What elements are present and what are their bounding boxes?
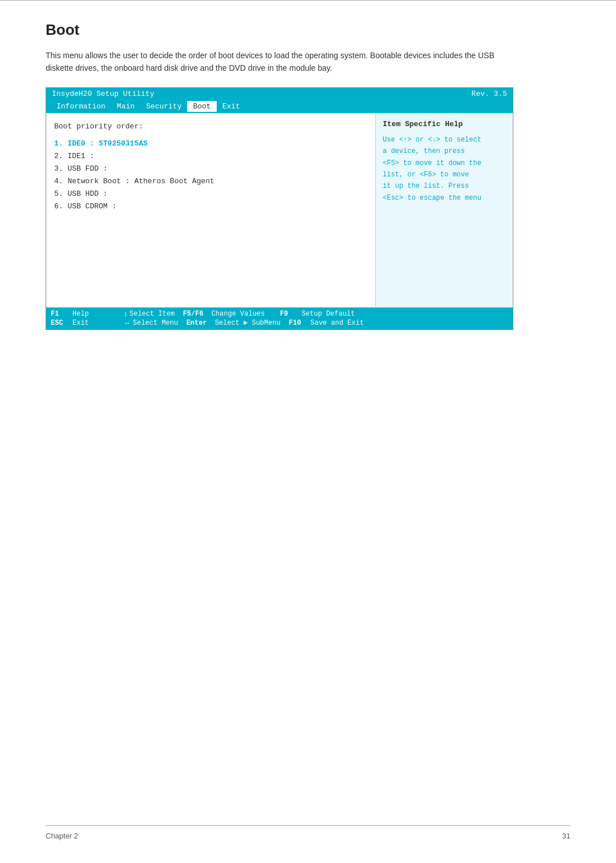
status-f5f6-label: Change Values [212,310,280,318]
help-line-2: a device, then press [383,146,506,157]
help-line-4: list, or <F6> to move [383,169,506,180]
footer-chapter: Chapter 2 [46,832,78,840]
status-f10-label: Save and Exit [310,319,364,327]
page-description: This menu allows the user to decide the … [46,49,513,75]
bios-title: InsydeH20 Setup Utility [52,90,154,98]
help-line-6: <Esc> to escape the menu [383,192,506,204]
status-row-1: F1 Help ↕ Select Item F5/F6 Change Value… [51,309,508,318]
boot-item-3[interactable]: 3. USB FDD : [54,163,367,175]
bios-menubar: Information Main Security Boot Exit [46,100,513,113]
bios-menu-information[interactable]: Information [51,101,111,112]
bios-menu-boot[interactable]: Boot [187,101,216,112]
status-select-menu: Select Menu [133,319,187,327]
status-f1-key: F1 [51,310,72,318]
bios-statusbar: F1 Help ↕ Select Item F5/F6 Change Value… [46,307,513,329]
bios-right-panel: Item Specific Help Use <↑> or <↓> to sel… [376,113,513,307]
help-title: Item Specific Help [383,120,506,128]
bios-menu-exit[interactable]: Exit [217,101,246,112]
bios-titlebar: InsydeH20 Setup Utility Rev. 3.5 [46,88,513,100]
help-line-3: <F5> to move it down the [383,158,506,169]
footer-page-number: 31 [562,832,570,840]
bios-main-area: Boot priority order: 1. IDE0 : ST9250315… [46,113,513,307]
bios-ui-box: InsydeH20 Setup Utility Rev. 3.5 Informa… [46,87,513,330]
status-enter-key: Enter [187,319,215,327]
help-line-5: it up the list. Press [383,180,506,192]
status-select-item: Select Item [129,310,183,318]
bios-menu-security[interactable]: Security [140,101,187,112]
status-f10-key: F10 [289,319,310,327]
boot-item-1[interactable]: 1. IDE0 : ST9250315AS [54,138,367,150]
status-f1-label: Help [72,310,124,318]
status-row-2: ESC Exit ↔ Select Menu Enter Select ► Su… [51,318,508,328]
boot-item-5[interactable]: 5. USB HDD : [54,188,367,200]
status-esc-label: Exit [72,319,124,327]
bios-rev: Rev. 3.5 [472,90,507,98]
updown-arrow-icon: ↕ [124,310,127,318]
page-footer: Chapter 2 31 [46,825,570,840]
boot-section-label: Boot priority order: [54,122,367,131]
status-f9-label: Setup Default [302,310,355,318]
boot-item-6[interactable]: 6. USB CDROM : [54,200,367,213]
status-rows: F1 Help ↕ Select Item F5/F6 Change Value… [51,309,508,328]
bios-left-panel: Boot priority order: 1. IDE0 : ST9250315… [46,113,376,307]
boot-item-2[interactable]: 2. IDE1 : [54,150,367,163]
leftright-arrow-icon: ↔ [124,319,131,327]
status-esc-key: ESC [51,319,72,327]
status-f9-key: F9 [280,310,302,318]
status-f5f6-key: F5/F6 [183,310,212,318]
help-line-1: Use <↑> or <↓> to select [383,134,506,146]
status-enter-label: Select ► SubMenu [215,319,289,327]
boot-item-4[interactable]: 4. Network Boot : Atheros Boot Agent [54,175,367,188]
bios-menu-main[interactable]: Main [111,101,140,112]
page-title: Boot [46,21,570,39]
